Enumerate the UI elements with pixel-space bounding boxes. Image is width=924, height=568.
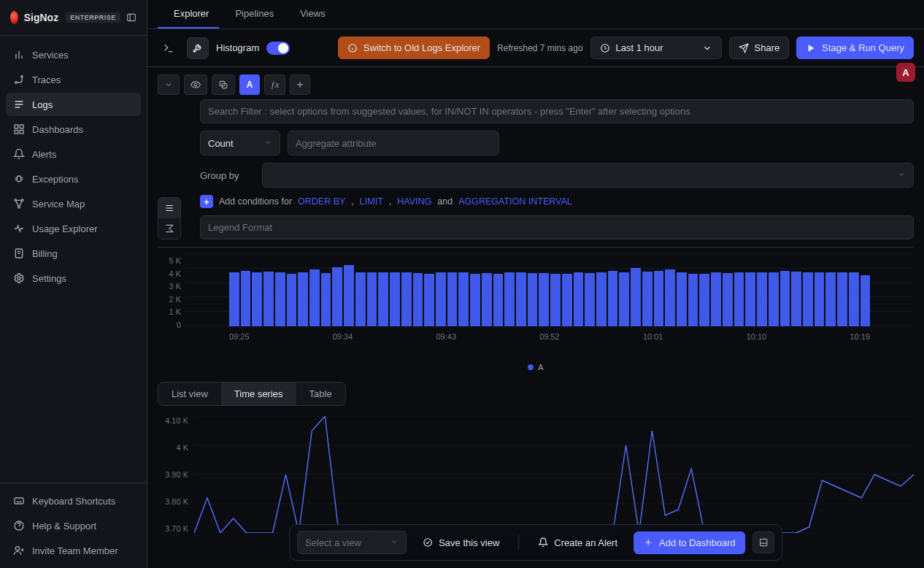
aggregate-clause-button[interactable]: [158, 218, 180, 239]
add-query-button[interactable]: [290, 74, 310, 95]
brand-logo: [10, 11, 18, 24]
sidebar-item-services[interactable]: Services: [6, 43, 141, 66]
svg-rect-13: [20, 130, 23, 134]
builder-mode-button[interactable]: [187, 37, 209, 59]
aggregate-function-select[interactable]: Count: [200, 131, 280, 156]
sidebar-item-usage-explorer[interactable]: Usage Explorer: [6, 217, 141, 240]
search-filter-input[interactable]: [200, 99, 914, 123]
sidebar-item-settings[interactable]: Settings: [6, 266, 141, 290]
query-collapse-button[interactable]: [158, 74, 180, 95]
timerange-label: Last 1 hour: [616, 42, 663, 53]
create-alert-button[interactable]: Create an Alert: [529, 532, 626, 553]
tab-pipelines[interactable]: Pipelines: [219, 0, 284, 28]
histogram-bar: [677, 272, 687, 326]
histogram-bar: [504, 272, 515, 326]
query-letter-badge[interactable]: A: [239, 74, 260, 95]
histogram-bar: [424, 274, 434, 326]
aggregate-function-value: Count: [208, 138, 234, 149]
viewtab-table[interactable]: Table: [296, 383, 345, 405]
main-nav: ServicesTracesLogsDashboardsAlertsExcept…: [0, 36, 147, 483]
share-button[interactable]: Share: [729, 37, 790, 59]
query-visibility-button[interactable]: [184, 74, 207, 95]
add-condition-button[interactable]: +: [200, 195, 213, 208]
timerange-picker[interactable]: Last 1 hour: [590, 37, 722, 59]
bar-chart-icon: [13, 49, 25, 61]
sidebar-item-service-map[interactable]: Service Map: [6, 192, 141, 215]
add-to-dashboard-button[interactable]: Add to Dashboard: [634, 531, 745, 554]
select-view-dropdown[interactable]: Select a view: [297, 531, 407, 554]
query-history-button[interactable]: [158, 37, 180, 59]
sidebar-item-dashboards[interactable]: Dashboards: [6, 118, 141, 141]
histogram-bar: [757, 272, 767, 326]
svg-rect-14: [17, 176, 20, 182]
bug-icon: [13, 173, 25, 185]
save-view-button[interactable]: Save this view: [414, 532, 508, 553]
y-tick: 1 K: [158, 307, 181, 316]
aggregate-attribute-input[interactable]: [288, 131, 499, 156]
query-clone-button[interactable]: [212, 74, 235, 95]
grid-icon: [13, 123, 25, 135]
user-plus-icon: [13, 545, 25, 556]
keyboard-icon: [13, 495, 25, 507]
legend-swatch: [528, 364, 534, 370]
having-link[interactable]: HAVING: [397, 196, 431, 207]
aggregation-interval-link[interactable]: AGGREGATION INTERVAL: [458, 196, 572, 207]
histogram-bar: [287, 274, 297, 326]
y-tick: 4 K: [158, 443, 188, 452]
sidebar-item-exceptions[interactable]: Exceptions: [6, 167, 141, 191]
groupby-input[interactable]: [262, 163, 914, 188]
add-formula-button[interactable]: ƒx: [264, 74, 285, 95]
run-query-button[interactable]: Stage & Run Query: [796, 37, 914, 59]
tab-label: Views: [300, 8, 325, 19]
timeseries-y-axis: 4.10 K4 K3.90 K3.80 K3.70 K: [158, 416, 194, 533]
save-view-label: Save this view: [439, 537, 499, 548]
conditions-prefix: Add conditions for: [219, 196, 292, 207]
histogram-bar: [815, 272, 825, 326]
tab-explorer[interactable]: Explorer: [158, 0, 219, 28]
limit-link[interactable]: LIMIT: [360, 196, 383, 207]
histogram-legend: A: [158, 363, 914, 375]
x-tick: 10:10: [747, 332, 767, 341]
histogram-bar: [574, 272, 584, 326]
y-tick: 3.70 K: [158, 524, 188, 533]
tab-views[interactable]: Views: [284, 0, 335, 28]
terminal-icon: [163, 42, 174, 54]
sidebar-item-logs[interactable]: Logs: [6, 93, 141, 116]
histogram-bar: [321, 273, 331, 326]
x-tick: 10:19: [850, 332, 870, 341]
histogram-toggle[interactable]: [266, 42, 290, 55]
sidebar-item-traces[interactable]: Traces: [6, 68, 141, 91]
svg-rect-11: [20, 125, 23, 128]
create-alert-label: Create an Alert: [554, 537, 617, 548]
footer-item-invite-team-member[interactable]: Invite Team Member: [6, 539, 141, 562]
histogram-bar: [861, 275, 871, 326]
histogram-bar: [654, 271, 664, 326]
gear-icon: [13, 272, 25, 284]
nav-item-label: Keyboard Shortcuts: [32, 496, 115, 507]
x-tick: 09:34: [333, 332, 353, 341]
sidebar-item-alerts[interactable]: Alerts: [6, 142, 141, 166]
viewtab-time-series[interactable]: Time series: [221, 383, 296, 405]
where-clause-button[interactable]: [158, 198, 180, 218]
svg-rect-12: [15, 130, 18, 134]
orderby-link[interactable]: ORDER BY: [298, 196, 345, 207]
nav-footer: Keyboard ShortcutsHelp & SupportInvite T…: [0, 483, 147, 568]
x-tick: 09:43: [436, 332, 456, 341]
histogram-bar: [803, 272, 813, 326]
legend-format-input[interactable]: [200, 215, 914, 239]
switch-old-explorer-button[interactable]: Switch to Old Logs Explorer: [338, 37, 490, 59]
sidebar-item-billing[interactable]: Billing: [6, 242, 141, 265]
viewtab-list-view[interactable]: List view: [158, 383, 221, 405]
footer-item-help-support[interactable]: Help & Support: [6, 514, 141, 537]
query-row-controls: A ƒx: [158, 74, 310, 95]
map-icon: [13, 198, 25, 210]
footer-item-keyboard-shortcuts[interactable]: Keyboard Shortcuts: [6, 489, 141, 513]
float-action-bar: Select a view Save this view Create an A…: [289, 524, 782, 561]
export-button[interactable]: [752, 531, 774, 553]
sidebar-collapse-button[interactable]: [126, 9, 136, 26]
nav-item-label: Logs: [32, 99, 53, 110]
histogram-bar: [401, 272, 412, 326]
histogram-bar: [229, 272, 239, 326]
groupby-label: Group by: [200, 170, 255, 181]
nav-item-label: Services: [32, 50, 69, 61]
